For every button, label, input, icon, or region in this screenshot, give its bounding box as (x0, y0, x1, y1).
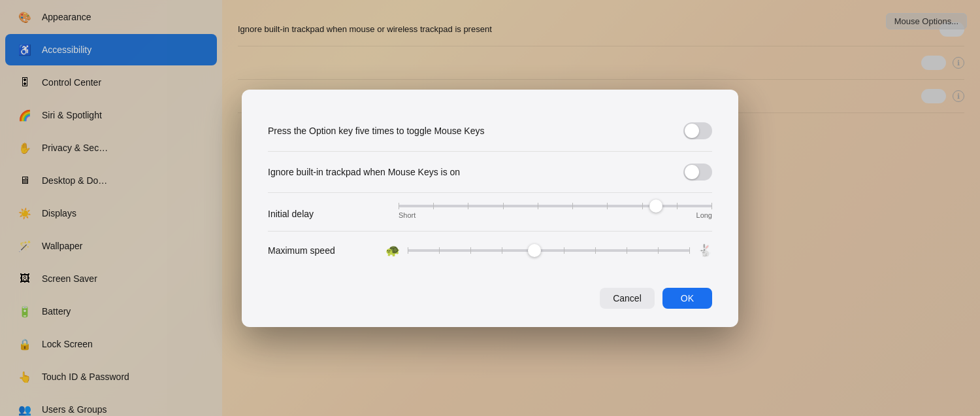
modal-backdrop: Press the Option key five times to toggl… (0, 0, 980, 416)
ignore-trackpad-toggle[interactable] (683, 164, 712, 181)
slider-labels: Short Long (399, 211, 712, 219)
speed-fast-icon: 🐇 (698, 243, 712, 258)
max-speed-row: Maximum speed 🐢 (268, 232, 712, 269)
ignore-trackpad-toggle-row: Ignore built-in trackpad when Mouse Keys… (268, 152, 712, 193)
slider-short-label: Short (399, 211, 416, 219)
speed-slider-container: 🐢 🐇 (385, 243, 712, 258)
modal-dialog: Press the Option key five times to toggl… (242, 90, 738, 327)
mouse-keys-label: Press the Option key five times to toggl… (268, 126, 485, 136)
mouse-keys-toggle-row: Press the Option key five times to toggl… (268, 111, 712, 152)
modal-footer: Cancel OK (268, 285, 712, 309)
initial-delay-row: Initial delay (268, 193, 712, 232)
cancel-button[interactable]: Cancel (600, 288, 655, 309)
slider-long-label: Long (696, 211, 712, 219)
speed-slider-track (408, 249, 690, 252)
max-speed-label: Maximum speed (268, 245, 385, 256)
ok-button[interactable]: OK (662, 288, 712, 309)
initial-delay-thumb[interactable] (649, 199, 662, 213)
initial-delay-label: Initial delay (268, 205, 385, 219)
mouse-keys-toggle[interactable] (683, 122, 712, 139)
ignore-trackpad-label: Ignore built-in trackpad when Mouse Keys… (268, 167, 460, 177)
initial-delay-track (399, 205, 712, 207)
max-speed-thumb[interactable] (528, 244, 541, 257)
speed-slow-icon: 🐢 (385, 243, 400, 258)
